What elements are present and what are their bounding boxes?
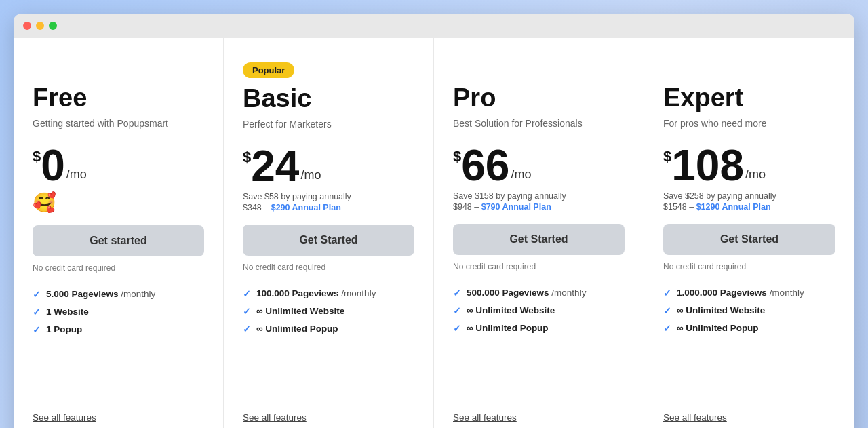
badge-spacer — [453, 62, 625, 84]
check-icon: ✓ — [663, 305, 671, 316]
browser-window: FreeGetting started with Popupsmart$0/mo… — [14, 14, 854, 428]
see-all-features-link[interactable]: See all features — [453, 396, 625, 423]
plan-tagline: Perfect for Marketers — [243, 119, 414, 130]
price-amount: 24 — [251, 144, 299, 188]
plan-col-expert: ExpertFor pros who need more$108/moSave … — [644, 38, 854, 428]
check-icon: ✓ — [33, 324, 41, 335]
plan-name: Free — [33, 84, 204, 113]
feature-item: ✓500.000 Pageviews /monthly — [453, 288, 625, 298]
check-icon: ✓ — [243, 324, 251, 334]
feature-text: ∞ Unlimited Popup — [677, 323, 759, 333]
plan-name: Pro — [453, 84, 625, 113]
check-icon: ✓ — [453, 305, 461, 316]
features-list: ✓100.000 Pageviews /monthly✓∞ Unlimited … — [243, 288, 414, 396]
feature-text: ∞ Unlimited Popup — [467, 323, 549, 333]
feature-text: 1 Website — [46, 307, 89, 317]
savings-line1: Save $58 by paying annually — [243, 192, 414, 201]
check-icon: ✓ — [663, 323, 671, 334]
plan-name: Basic — [243, 85, 414, 113]
no-credit-card-text: No credit card required — [663, 262, 835, 271]
annual-plan-link[interactable]: $790 Annual Plan — [481, 202, 551, 212]
cta-button-basic[interactable]: Get Started — [243, 225, 414, 256]
price-amount: 0 — [41, 144, 65, 187]
no-credit-card-text: No credit card required — [453, 262, 625, 271]
check-icon: ✓ — [243, 288, 251, 299]
feature-item: ✓1.000.000 Pageviews /monthly — [663, 288, 835, 298]
pricing-grid: FreeGetting started with Popupsmart$0/mo… — [14, 38, 854, 428]
feature-text: ∞ Unlimited Website — [467, 305, 555, 315]
savings-line2: $348 – $290 Annual Plan — [243, 203, 414, 212]
savings-line1: Save $158 by paying annually — [453, 191, 625, 201]
cta-button-expert[interactable]: Get Started — [663, 224, 835, 255]
plan-col-basic: PopularBasicPerfect for Marketers$24/moS… — [224, 38, 434, 428]
price-dollar: $ — [453, 149, 461, 164]
popular-badge: Popular — [243, 62, 294, 78]
annual-plan-link[interactable]: $290 Annual Plan — [271, 203, 341, 212]
plan-col-pro: ProBest Solution for Professionals$66/mo… — [434, 38, 644, 428]
savings-line2: $948 – $790 Annual Plan — [453, 202, 625, 212]
price-per: /mo — [300, 168, 321, 182]
feature-item: ✓1 Popup — [33, 324, 204, 335]
price-per: /mo — [745, 168, 766, 182]
feature-item: ✓∞ Unlimited Popup — [243, 324, 414, 334]
feature-item: ✓100.000 Pageviews /monthly — [243, 288, 414, 299]
price-row: $0/mo — [33, 144, 204, 187]
maximize-button-icon[interactable] — [49, 22, 57, 30]
price-per: /mo — [66, 168, 87, 182]
feature-text: ∞ Unlimited Website — [256, 306, 344, 316]
price-amount: 66 — [461, 144, 509, 187]
no-credit-card-text: No credit card required — [243, 262, 414, 272]
feature-item: ✓∞ Unlimited Website — [663, 305, 835, 316]
price-row: $108/mo — [663, 144, 835, 187]
feature-item: ✓∞ Unlimited Popup — [453, 323, 625, 334]
feature-text: 500.000 Pageviews /monthly — [467, 288, 586, 298]
feature-item: ✓1 Website — [33, 307, 204, 317]
close-button-icon[interactable] — [23, 22, 31, 30]
feature-item: ✓∞ Unlimited Website — [243, 306, 414, 317]
plan-emoji: 🥰 — [33, 191, 204, 216]
price-row: $66/mo — [453, 144, 625, 187]
plan-col-free: FreeGetting started with Popupsmart$0/mo… — [14, 38, 224, 428]
feature-text: 5.000 Pageviews /monthly — [46, 289, 155, 299]
plan-tagline: Best Solution for Professionals — [453, 118, 625, 129]
browser-toolbar — [14, 14, 854, 38]
plan-tagline: Getting started with Popupsmart — [33, 118, 204, 129]
check-icon: ✓ — [453, 323, 461, 334]
plan-name: Expert — [663, 84, 835, 113]
cta-button-pro[interactable]: Get Started — [453, 224, 625, 255]
price-dollar: $ — [243, 150, 251, 165]
badge-spacer — [33, 62, 204, 84]
check-icon: ✓ — [33, 289, 41, 300]
feature-text: 1 Popup — [46, 324, 82, 334]
plan-tagline: For pros who need more — [663, 118, 835, 129]
price-row: $24/mo — [243, 144, 414, 188]
check-icon: ✓ — [243, 306, 251, 317]
feature-text: ∞ Unlimited Website — [677, 305, 765, 315]
no-credit-card-text: No credit card required — [33, 263, 204, 273]
feature-item: ✓∞ Unlimited Website — [453, 305, 625, 316]
feature-item: ✓∞ Unlimited Popup — [663, 323, 835, 334]
savings-line1: Save $258 by paying annually — [663, 191, 835, 201]
feature-text: ∞ Unlimited Popup — [256, 324, 338, 334]
price-dollar: $ — [33, 149, 41, 164]
features-list: ✓500.000 Pageviews /monthly✓∞ Unlimited … — [453, 288, 625, 396]
see-all-features-link[interactable]: See all features — [243, 396, 414, 423]
price-dollar: $ — [663, 149, 671, 164]
feature-item: ✓5.000 Pageviews /monthly — [33, 289, 204, 300]
savings-line2: $1548 – $1290 Annual Plan — [663, 202, 835, 212]
feature-text: 100.000 Pageviews /monthly — [256, 288, 376, 298]
features-list: ✓1.000.000 Pageviews /monthly✓∞ Unlimite… — [663, 288, 835, 396]
features-list: ✓5.000 Pageviews /monthly✓1 Website✓1 Po… — [33, 289, 204, 396]
cta-button-free[interactable]: Get started — [33, 225, 204, 256]
check-icon: ✓ — [33, 307, 41, 317]
annual-plan-link[interactable]: $1290 Annual Plan — [696, 202, 771, 212]
minimize-button-icon[interactable] — [36, 22, 44, 30]
see-all-features-link[interactable]: See all features — [663, 396, 835, 423]
price-per: /mo — [511, 168, 531, 182]
check-icon: ✓ — [453, 288, 461, 298]
price-amount: 108 — [671, 144, 744, 187]
feature-text: 1.000.000 Pageviews /monthly — [677, 288, 804, 298]
see-all-features-link[interactable]: See all features — [33, 396, 204, 423]
check-icon: ✓ — [663, 288, 671, 298]
badge-spacer — [663, 62, 835, 84]
